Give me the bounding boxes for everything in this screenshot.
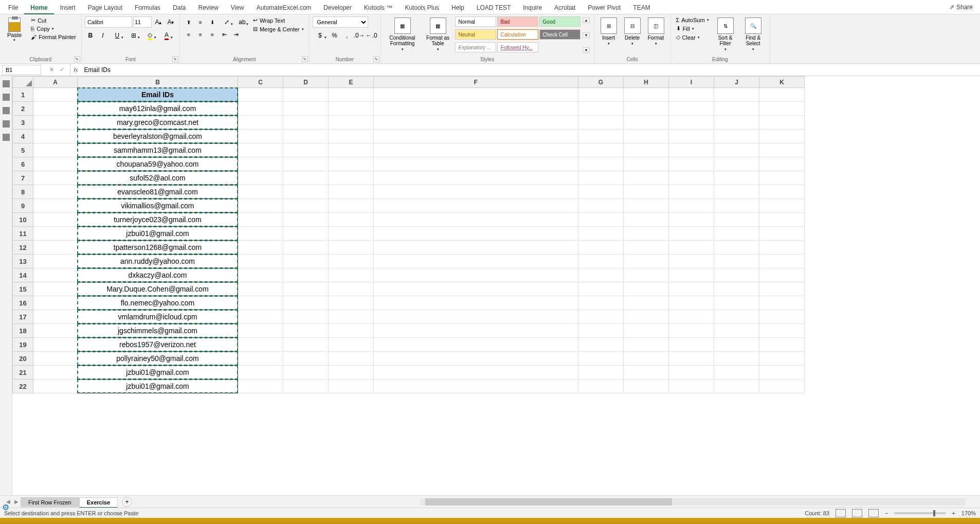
cell-E20[interactable] xyxy=(329,352,374,366)
cell-I22[interactable] xyxy=(669,380,714,393)
cell-B5[interactable]: sammhamm13@gmail.com xyxy=(78,143,238,157)
cell-J2[interactable] xyxy=(714,102,759,116)
zoom-in-button[interactable]: + xyxy=(952,510,955,516)
cell-K2[interactable] xyxy=(759,102,805,116)
style-normal[interactable]: Normal xyxy=(455,16,496,27)
tab-acrobat[interactable]: Acrobat xyxy=(548,2,582,13)
cell-K21[interactable] xyxy=(759,366,805,380)
cell-G16[interactable] xyxy=(578,296,624,310)
cell-G2[interactable] xyxy=(578,102,624,116)
cell-E13[interactable] xyxy=(329,255,374,268)
align-center-button[interactable]: ≡ xyxy=(195,29,206,40)
format-painter-button[interactable]: 🖌Format Painter xyxy=(29,33,78,41)
cell-D10[interactable] xyxy=(283,213,329,227)
cell-F19[interactable] xyxy=(374,338,578,352)
cell-D17[interactable] xyxy=(283,310,329,324)
cell-A2[interactable] xyxy=(33,102,78,116)
row-header-18[interactable]: 18 xyxy=(13,324,33,338)
cell-I3[interactable] xyxy=(669,116,714,130)
cell-A1[interactable] xyxy=(33,88,78,102)
row-header-9[interactable]: 9 xyxy=(13,199,33,213)
font-name-select[interactable] xyxy=(85,16,132,28)
cell-C21[interactable] xyxy=(238,366,283,380)
cell-B1[interactable]: Email IDs xyxy=(78,88,238,102)
cell-E3[interactable] xyxy=(329,116,374,130)
sheet-nav-next[interactable]: ▶ xyxy=(12,499,21,504)
cell-D2[interactable] xyxy=(283,102,329,116)
cell-J6[interactable] xyxy=(714,157,759,171)
style-explanatory[interactable]: Explanatory ... xyxy=(455,42,496,52)
cell-E16[interactable] xyxy=(329,296,374,310)
row-header-21[interactable]: 21 xyxy=(13,366,33,380)
cell-G17[interactable] xyxy=(578,310,624,324)
decrease-font-button[interactable]: A▾ xyxy=(165,16,176,28)
number-expand[interactable]: ⬊ xyxy=(373,56,379,62)
cell-F13[interactable] xyxy=(374,255,578,268)
cell-F18[interactable] xyxy=(374,324,578,338)
cell-J21[interactable] xyxy=(714,366,759,380)
currency-button[interactable]: $ xyxy=(313,30,328,41)
tab-file[interactable]: File xyxy=(2,2,24,13)
cell-F6[interactable] xyxy=(374,157,578,171)
cell-C10[interactable] xyxy=(238,213,283,227)
cell-E12[interactable] xyxy=(329,241,374,255)
cell-H9[interactable] xyxy=(624,199,669,213)
cell-F16[interactable] xyxy=(374,296,578,310)
cell-A11[interactable] xyxy=(33,227,78,241)
normal-view-button[interactable] xyxy=(836,509,846,517)
cell-K16[interactable] xyxy=(759,296,805,310)
cell-K12[interactable] xyxy=(759,241,805,255)
autosum-button[interactable]: ΣAutoSum▾ xyxy=(674,16,711,24)
cell-D16[interactable] xyxy=(283,296,329,310)
cell-H21[interactable] xyxy=(624,366,669,380)
font-color-button[interactable]: A xyxy=(159,30,174,41)
cell-F7[interactable] xyxy=(374,171,578,185)
borders-button[interactable]: ⊞ xyxy=(126,30,141,41)
cell-B11[interactable]: jzbui01@gmail.com xyxy=(78,227,238,241)
side-icon[interactable] xyxy=(3,107,10,114)
cell-B8[interactable]: evanscleo81@gmail.com xyxy=(78,185,238,199)
cell-F9[interactable] xyxy=(374,199,578,213)
cell-A22[interactable] xyxy=(33,380,78,393)
tab-powerpivot[interactable]: Power Pivot xyxy=(582,2,627,13)
format-as-table-button[interactable]: ▦ Format as Table ▾ xyxy=(422,16,454,54)
cell-I14[interactable] xyxy=(669,268,714,282)
cell-I2[interactable] xyxy=(669,102,714,116)
cell-H20[interactable] xyxy=(624,352,669,366)
cell-I4[interactable] xyxy=(669,130,714,143)
cell-D14[interactable] xyxy=(283,268,329,282)
cell-H16[interactable] xyxy=(624,296,669,310)
tab-pagelayout[interactable]: Page Layout xyxy=(82,2,129,13)
cell-G11[interactable] xyxy=(578,227,624,241)
cell-C14[interactable] xyxy=(238,268,283,282)
cell-C1[interactable] xyxy=(238,88,283,102)
cell-D11[interactable] xyxy=(283,227,329,241)
cell-G7[interactable] xyxy=(578,171,624,185)
cell-B3[interactable]: mary.greco@comcast.net xyxy=(78,116,238,130)
align-top-button[interactable]: ⬆ xyxy=(183,16,194,28)
cell-A19[interactable] xyxy=(33,338,78,352)
row-header-1[interactable]: 1 xyxy=(13,88,33,102)
cell-A8[interactable] xyxy=(33,185,78,199)
cell-C16[interactable] xyxy=(238,296,283,310)
cell-J1[interactable] xyxy=(714,88,759,102)
cell-A9[interactable] xyxy=(33,199,78,213)
cell-A5[interactable] xyxy=(33,143,78,157)
cell-B17[interactable]: vmlamdrum@icloud.cpm xyxy=(78,310,238,324)
cell-F17[interactable] xyxy=(374,310,578,324)
cell-C20[interactable] xyxy=(238,352,283,366)
cell-J16[interactable] xyxy=(714,296,759,310)
cell-I12[interactable] xyxy=(669,241,714,255)
cell-J8[interactable] xyxy=(714,185,759,199)
cell-C6[interactable] xyxy=(238,157,283,171)
cell-G3[interactable] xyxy=(578,116,624,130)
cell-B6[interactable]: choupana59@yahoo.com xyxy=(78,157,238,171)
page-layout-view-button[interactable] xyxy=(852,509,862,517)
tab-help[interactable]: Help xyxy=(445,2,470,13)
italic-button[interactable]: I xyxy=(97,30,108,41)
cell-D22[interactable] xyxy=(283,380,329,393)
style-neutral[interactable]: Neutral xyxy=(455,29,496,40)
align-middle-button[interactable]: ≡ xyxy=(195,16,206,28)
cell-K3[interactable] xyxy=(759,116,805,130)
row-header-5[interactable]: 5 xyxy=(13,143,33,157)
